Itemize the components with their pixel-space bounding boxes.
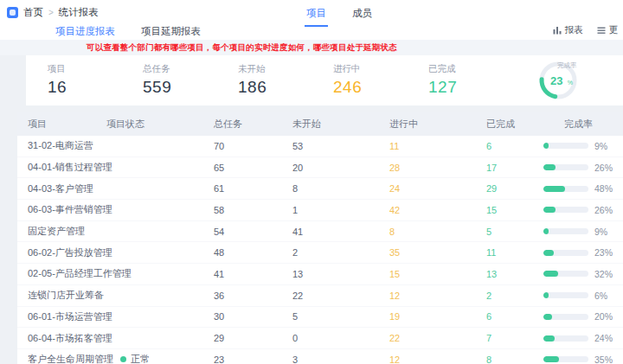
rate-percent-text: 23% bbox=[594, 247, 613, 258]
in-progress-count: 12 bbox=[386, 291, 483, 301]
progress-bar-track bbox=[543, 335, 588, 342]
completion-rate-cell: 35% bbox=[543, 354, 623, 364]
done-count: 29 bbox=[483, 183, 543, 194]
not-started-count: 1 bbox=[289, 205, 386, 215]
done-count: 11 bbox=[483, 247, 543, 258]
stat-value: 186 bbox=[238, 78, 312, 97]
progress-bar-fill bbox=[543, 143, 549, 149]
app-logo-icon bbox=[7, 7, 18, 18]
completion-rate-cell: 26% bbox=[543, 163, 623, 173]
table-row[interactable]: 06-03-事件营销管理581421526% bbox=[17, 200, 623, 221]
status-dot-icon bbox=[120, 356, 126, 362]
not-started-count: 8 bbox=[289, 183, 386, 194]
completion-rate-cell: 20% bbox=[543, 311, 623, 322]
progress-bar-track bbox=[543, 228, 588, 234]
stat-label: 项目 bbox=[48, 63, 121, 75]
breadcrumb-current: 统计报表 bbox=[59, 6, 99, 19]
sub-tab-delay-report[interactable]: 项目延期报表 bbox=[141, 25, 201, 38]
tab-member[interactable]: 成员 bbox=[350, 5, 374, 27]
progress-bar-track bbox=[543, 250, 588, 256]
breadcrumb-separator-icon: > bbox=[48, 8, 54, 17]
progress-bar-fill bbox=[543, 164, 556, 170]
completion-rate-label: 完成率 bbox=[557, 61, 577, 70]
table-row[interactable]: 客户全生命周期管理正常23312835% bbox=[17, 349, 623, 364]
project-name: 06-01-市场运营管理 bbox=[28, 310, 106, 323]
report-view-button[interactable]: 报表 bbox=[553, 24, 583, 36]
rate-percent-text: 26% bbox=[594, 163, 613, 173]
total-tasks: 70 bbox=[210, 141, 289, 151]
table-row[interactable]: 02-05-产品经理工作管理4113151332% bbox=[17, 264, 623, 285]
progress-bar-track bbox=[543, 186, 588, 192]
progress-bar-fill bbox=[543, 250, 554, 256]
in-progress-count: 24 bbox=[386, 183, 483, 194]
rate-percent-text: 6% bbox=[594, 291, 607, 301]
total-tasks: 61 bbox=[210, 183, 289, 194]
table-row[interactable]: 06-04-市场拓客管理29022724% bbox=[17, 328, 623, 349]
progress-bar-track bbox=[543, 207, 588, 213]
main-tabs: 项目成员 bbox=[305, 5, 374, 27]
progress-bar-fill bbox=[543, 314, 552, 320]
in-progress-count: 28 bbox=[386, 163, 483, 173]
table-row[interactable]: 04-03-客户管理618242948% bbox=[17, 178, 623, 200]
project-name: 31-02-电商运营 bbox=[28, 139, 106, 152]
rate-percent-text: 20% bbox=[594, 311, 613, 322]
col-header-status: 项目状态 bbox=[106, 118, 210, 131]
completion-rate-cell: 26% bbox=[543, 205, 623, 215]
table-row[interactable]: 06-01-市场运营管理30519620% bbox=[17, 307, 623, 329]
completion-rate-value: 23 bbox=[550, 74, 562, 87]
not-started-count: 13 bbox=[289, 269, 386, 279]
toolbar: 报表 更 bbox=[553, 24, 619, 36]
stats-items: 项目16总任务559未开始186进行中246已完成127 bbox=[26, 55, 502, 105]
col-header-total: 总任务 bbox=[210, 118, 289, 131]
done-count: 6 bbox=[483, 141, 543, 151]
in-progress-count: 8 bbox=[386, 227, 483, 237]
project-name: 06-04-市场拓客管理 bbox=[28, 332, 106, 345]
stat-item: 未开始186 bbox=[216, 55, 312, 105]
stat-value: 16 bbox=[48, 78, 121, 97]
in-progress-count: 22 bbox=[386, 333, 483, 343]
project-progress-table: 项目 项目状态 总任务 未开始 进行中 已完成 完成率 31-02-电商运营70… bbox=[17, 112, 623, 364]
svg-text:23 %: 23 % bbox=[550, 73, 573, 87]
tab-project[interactable]: 项目 bbox=[305, 5, 328, 27]
progress-bar-fill bbox=[543, 292, 549, 298]
progress-bar-track bbox=[543, 292, 588, 298]
progress-bar-fill bbox=[543, 228, 549, 234]
project-name: 02-05-产品经理工作管理 bbox=[28, 267, 106, 280]
table-row[interactable]: 31-02-电商运营70531169% bbox=[17, 136, 623, 157]
not-started-count: 41 bbox=[289, 227, 386, 237]
rate-percent-text: 9% bbox=[594, 227, 607, 237]
breadcrumb: 首页 > 统计报表 bbox=[7, 6, 99, 19]
total-tasks: 41 bbox=[210, 269, 289, 279]
progress-bar-fill bbox=[543, 271, 558, 277]
stat-item: 已完成127 bbox=[407, 55, 502, 105]
status-text: 正常 bbox=[131, 353, 150, 364]
more-button[interactable]: 更 bbox=[597, 24, 619, 36]
total-tasks: 30 bbox=[210, 311, 289, 322]
done-count: 6 bbox=[483, 311, 543, 322]
table-row[interactable]: 固定资产管理5441859% bbox=[17, 221, 623, 243]
col-header-in-progress: 进行中 bbox=[386, 118, 483, 131]
col-header-rate: 完成率 bbox=[543, 118, 623, 131]
done-count: 7 bbox=[483, 333, 543, 343]
project-name: 客户全生命周期管理 bbox=[28, 353, 106, 364]
project-name: 06-03-事件营销管理 bbox=[28, 203, 106, 216]
progress-bar-track bbox=[543, 314, 588, 320]
stat-label: 未开始 bbox=[238, 63, 312, 75]
project-name: 06-02-广告投放管理 bbox=[28, 246, 106, 259]
not-started-count: 2 bbox=[289, 247, 386, 258]
table-row[interactable]: 连锁门店开业筹备36221226% bbox=[17, 285, 623, 307]
breadcrumb-home[interactable]: 首页 bbox=[23, 6, 43, 19]
progress-bar-fill bbox=[543, 335, 555, 342]
table-body: 31-02-电商运营70531169%04-01-销售过程管理652028172… bbox=[17, 136, 623, 364]
table-header-row: 项目 项目状态 总任务 未开始 进行中 已完成 完成率 bbox=[17, 112, 623, 136]
not-started-count: 22 bbox=[289, 291, 386, 301]
stat-value: 559 bbox=[143, 78, 216, 97]
stat-label: 总任务 bbox=[143, 63, 216, 75]
progress-bar-track bbox=[543, 356, 588, 362]
sub-tab-progress-report[interactable]: 项目进度报表 bbox=[55, 25, 115, 38]
report-icon bbox=[553, 26, 562, 35]
table-row[interactable]: 06-02-广告投放管理482351123% bbox=[17, 242, 623, 264]
table-row[interactable]: 04-01-销售过程管理6520281726% bbox=[17, 157, 623, 179]
progress-bar-fill bbox=[543, 356, 559, 362]
stat-value: 127 bbox=[428, 78, 502, 97]
